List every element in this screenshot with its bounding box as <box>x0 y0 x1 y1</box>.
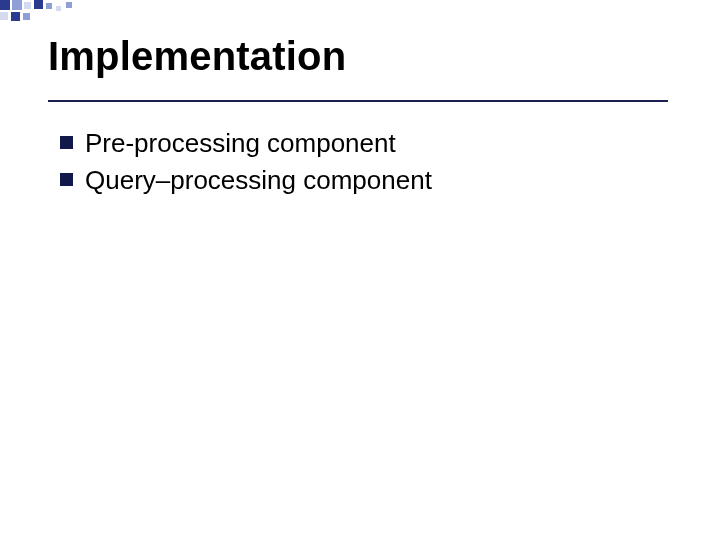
list-item: Pre-processing component <box>60 128 660 159</box>
slide-body: Pre-processing component Query–processin… <box>60 128 660 202</box>
square-bullet-icon <box>60 173 73 186</box>
slide: Implementation Pre-processing component … <box>0 0 720 540</box>
slide-title: Implementation <box>48 34 660 79</box>
bullet-text: Pre-processing component <box>85 128 396 159</box>
square-bullet-icon <box>60 136 73 149</box>
bullet-text: Query–processing component <box>85 165 432 196</box>
list-item: Query–processing component <box>60 165 660 196</box>
title-underline <box>48 100 668 102</box>
title-area: Implementation <box>48 34 660 79</box>
corner-decoration <box>0 0 160 22</box>
